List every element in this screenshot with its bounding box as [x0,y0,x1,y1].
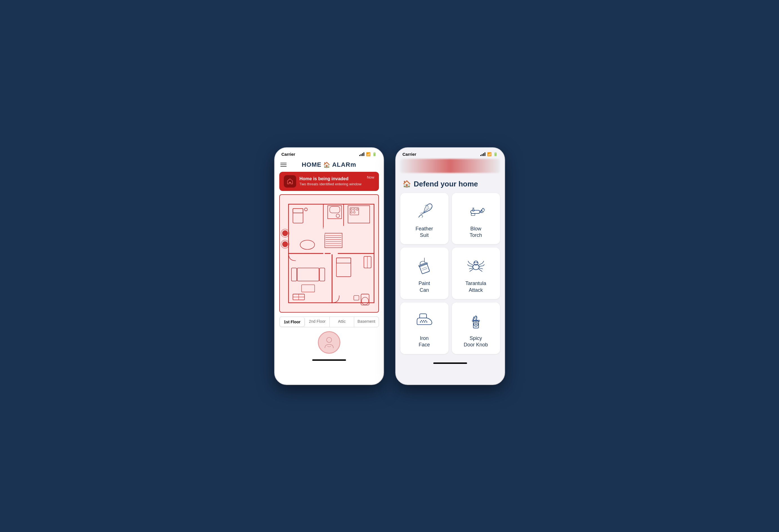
svg-rect-50 [470,211,480,214]
svg-line-71 [478,268,483,269]
wifi-icon-2: 📶 [487,152,491,156]
phone1: Carrier 📶 🔋 HOME 🏠 ALARm [274,147,384,385]
svg-line-67 [469,268,473,269]
floor-plan [279,194,379,313]
tab-2nd-floor[interactable]: 2nd Floor [305,317,330,327]
svg-point-4 [282,241,288,247]
signal-icon-2 [480,152,485,156]
svg-line-68 [470,269,473,272]
status-bar-2: Carrier 📶 🔋 [396,148,504,159]
tab-attic[interactable]: Attic [330,317,354,327]
spicy-door-knob-icon [465,309,487,332]
svg-point-84 [425,320,426,321]
wifi-icon: 📶 [366,152,370,156]
feather-suit-name: FeatherSuit [416,226,433,239]
alert-icon-box [284,175,296,188]
avatar-container[interactable] [275,331,383,354]
title-home: HOME [302,161,321,168]
svg-point-80 [424,321,425,322]
svg-point-79 [422,321,423,322]
status-icons-2: 📶 🔋 [480,152,498,156]
alert-banner[interactable]: Home is being invaded Two threats identi… [279,172,379,191]
alert-time: Now [367,175,374,179]
svg-line-59 [422,267,427,269]
svg-line-65 [469,263,473,265]
svg-point-81 [426,321,427,322]
svg-point-78 [420,321,421,322]
carrier-2: Carrier [403,152,416,157]
alert-house-icon [287,178,293,185]
tab-1st-floor[interactable]: 1st Floor [280,317,305,327]
svg-line-60 [422,269,427,270]
battery-icon-2: 🔋 [493,152,498,156]
weapon-feather-suit[interactable]: FeatherSuit [400,193,448,244]
floor-plan-svg [280,195,378,312]
svg-line-73 [468,261,469,263]
blurred-banner [400,159,500,173]
person-icon [322,336,336,350]
defend-house-icon: 🏠 [403,180,411,188]
weapons-grid: FeatherSuit [396,193,504,354]
title-alarm: ALARm [332,161,356,168]
hamburger-menu[interactable] [281,163,287,167]
tarantula-icon [465,254,487,277]
carrier-1: Carrier [282,152,295,157]
blow-torch-name: BlowTorch [470,226,482,239]
svg-point-49 [326,337,332,343]
home-indicator-2 [433,362,467,364]
app-title: HOME 🏠 ALARm [302,161,356,168]
status-icons-1: 📶 🔋 [359,152,377,156]
paint-can-icon [413,254,435,277]
svg-line-75 [482,261,484,263]
svg-point-86 [474,322,478,327]
app-header-1: HOME 🏠 ALARm [275,159,383,172]
svg-rect-52 [471,214,475,216]
svg-point-2 [282,230,288,236]
phone2: Carrier 📶 🔋 🏠 Defend your home [395,147,505,385]
svg-line-74 [467,264,469,266]
feather-suit-icon [413,200,435,222]
tarantula-name: TarantulaAttack [465,280,486,293]
alert-title: Home is being invaded [300,176,364,181]
svg-line-72 [478,269,482,272]
svg-line-76 [483,264,484,266]
alert-text: Home is being invaded Two threats identi… [300,176,364,186]
svg-point-64 [476,262,477,263]
svg-point-0 [289,182,290,183]
paint-can-name: PaintCan [418,280,430,293]
battery-icon: 🔋 [372,152,377,156]
house-icon: 🏠 [323,161,331,168]
weapon-spicy-door-knob[interactable]: SpicyDoor Knob [452,302,500,354]
svg-point-63 [474,262,475,263]
phones-container: Carrier 📶 🔋 HOME 🏠 ALARm [274,147,505,385]
avatar [318,331,340,354]
status-bar-1: Carrier 📶 🔋 [275,148,383,159]
tab-basement[interactable]: Basement [354,317,378,327]
svg-point-83 [423,320,424,321]
iron-face-name: IronFace [419,335,430,348]
weapon-paint-can[interactable]: PaintCan [400,247,448,299]
svg-rect-45 [323,249,324,255]
weapon-blow-torch[interactable]: BlowTorch [452,193,500,244]
svg-point-87 [475,323,477,325]
svg-rect-46 [331,253,338,254]
home-indicator-1 [312,359,346,361]
alert-subtitle: Two threats identified entering window [300,182,364,186]
weapon-tarantula[interactable]: TarantulaAttack [452,247,500,299]
svg-line-69 [478,263,482,265]
svg-rect-44 [323,227,324,235]
defend-title: Defend your home [414,180,478,188]
svg-line-66 [469,265,473,267]
signal-icon [359,152,364,156]
svg-point-82 [421,320,422,321]
svg-line-70 [478,265,483,267]
spicy-door-knob-name: SpicyDoor Knob [464,335,488,348]
weapon-iron-face[interactable]: IronFace [400,302,448,354]
floor-tabs: 1st Floor 2nd Floor Attic Basement [279,316,379,327]
iron-face-icon [413,309,435,332]
defend-header: 🏠 Defend your home [396,177,504,193]
blow-torch-icon [465,200,487,222]
